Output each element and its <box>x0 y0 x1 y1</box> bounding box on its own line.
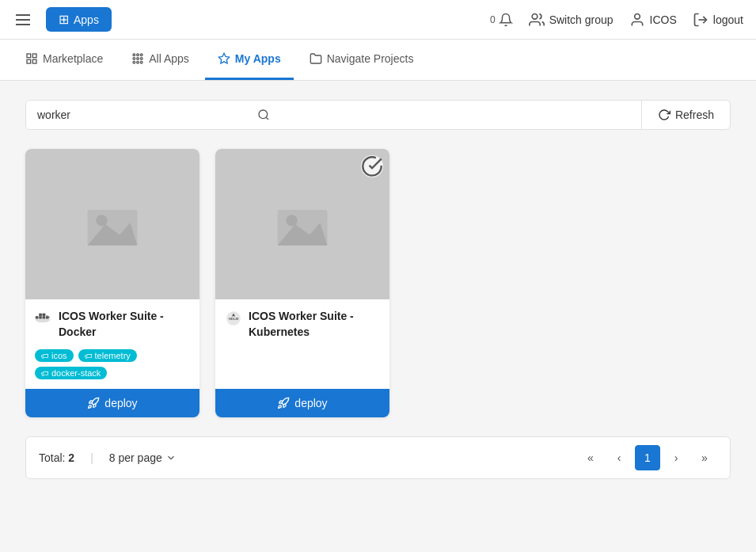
card-title-docker: ICOS Worker Suite - Docker <box>35 309 190 340</box>
image-placeholder-docker <box>77 188 148 260</box>
tag-docker-stack: docker-stack <box>35 367 107 379</box>
deploy-button-docker[interactable]: deploy <box>25 389 199 417</box>
deploy-label-kubernetes: deploy <box>294 397 327 409</box>
user-icon <box>629 12 645 28</box>
switch-group-label: Switch group <box>549 13 614 26</box>
svg-point-14 <box>137 61 139 63</box>
card-body-kubernetes: HELM ICOS Worker Suite - Kubernetes <box>215 299 389 389</box>
star-icon <box>218 52 230 65</box>
tab-navigate-projects-label: Navigate Projects <box>327 52 414 65</box>
chevron-down-icon <box>165 452 177 463</box>
svg-rect-5 <box>27 59 31 63</box>
logout-icon <box>693 12 709 28</box>
svg-rect-26 <box>43 314 46 316</box>
grid-icon <box>131 52 144 65</box>
users-icon <box>529 12 545 28</box>
header: ⊞ Apps 0 Switch group ICOS <box>0 0 756 40</box>
image-placeholder-kubernetes <box>267 188 338 260</box>
main-content: Refresh <box>0 81 756 552</box>
svg-text:HELM: HELM <box>229 317 239 321</box>
helm-icon: HELM <box>225 310 242 327</box>
search-button[interactable] <box>248 102 279 128</box>
deploy-label-docker: deploy <box>104 397 137 409</box>
svg-point-13 <box>133 61 135 63</box>
total-count: 2 <box>68 451 74 464</box>
tab-marketplace[interactable]: Marketplace <box>13 40 116 80</box>
tab-all-apps-label: All Apps <box>149 52 189 65</box>
deploy-button-kubernetes[interactable]: deploy <box>215 389 389 417</box>
rocket-icon-docker <box>87 397 100 409</box>
svg-line-18 <box>266 117 268 120</box>
pagination-row: Total: 2 | 8 per page « ‹ 1 › » <box>25 436 731 479</box>
svg-point-1 <box>634 13 640 19</box>
tag-icos: icos <box>35 349 74 362</box>
svg-rect-22 <box>36 316 39 318</box>
table-icon <box>25 52 38 65</box>
card-tags-docker: icos telemetry docker-stack <box>35 349 190 379</box>
card-title-text-docker: ICOS Worker Suite - Docker <box>59 309 190 340</box>
icos-label: ICOS <box>650 13 677 26</box>
card-body-docker: ICOS Worker Suite - Docker icos telemetr… <box>25 299 199 389</box>
svg-rect-25 <box>39 314 42 316</box>
notification-count: 0 <box>490 14 496 25</box>
apps-button-label: Apps <box>74 13 99 26</box>
page-nav: « ‹ 1 › » <box>578 445 717 470</box>
per-page-select[interactable]: 8 per page <box>109 451 177 464</box>
page-first-button[interactable]: « <box>578 445 603 470</box>
per-page-label: 8 per page <box>109 451 162 464</box>
search-refresh-row: Refresh <box>25 100 731 130</box>
refresh-button[interactable]: Refresh <box>641 101 730 129</box>
svg-point-9 <box>141 54 143 56</box>
page-next-button[interactable]: › <box>663 445 689 470</box>
svg-rect-4 <box>32 54 36 58</box>
bell-icon <box>499 13 513 27</box>
apps-icon: ⊞ <box>59 12 69 27</box>
notification-button[interactable]: 0 <box>490 13 513 27</box>
check-circle-icon <box>361 149 383 202</box>
search-icon <box>257 108 270 121</box>
svg-rect-3 <box>27 54 31 58</box>
docker-icon <box>35 310 52 327</box>
logout-label: logout <box>713 13 743 26</box>
cards-grid: ICOS Worker Suite - Docker icos telemetr… <box>25 149 731 417</box>
tag-telemetry: telemetry <box>78 349 137 362</box>
svg-point-8 <box>137 54 139 56</box>
svg-rect-6 <box>32 59 36 63</box>
card-title-kubernetes: HELM ICOS Worker Suite - Kubernetes <box>225 309 380 340</box>
svg-point-11 <box>137 58 139 60</box>
tab-my-apps[interactable]: My Apps <box>205 40 294 80</box>
page-last-button[interactable]: » <box>692 445 717 470</box>
svg-marker-16 <box>218 53 229 63</box>
card-image-kubernetes <box>215 149 389 299</box>
page-1-button[interactable]: 1 <box>635 445 660 470</box>
rocket-icon-kubernetes <box>277 397 290 409</box>
svg-point-17 <box>259 110 268 119</box>
card-icos-worker-docker: ICOS Worker Suite - Docker icos telemetr… <box>25 149 199 417</box>
icos-button[interactable]: ICOS <box>629 12 677 28</box>
tab-all-apps[interactable]: All Apps <box>119 40 202 80</box>
card-title-text-kubernetes: ICOS Worker Suite - Kubernetes <box>249 309 380 340</box>
search-input[interactable] <box>26 101 248 129</box>
total-label: Total: 2 <box>39 451 74 464</box>
tab-marketplace-label: Marketplace <box>43 52 103 65</box>
hamburger-button[interactable] <box>13 11 33 29</box>
tab-my-apps-label: My Apps <box>235 52 281 65</box>
folder-icon <box>310 52 322 65</box>
tabs-bar: Marketplace All Apps My Apps Navigate Pr… <box>0 40 756 81</box>
logout-button[interactable]: logout <box>693 12 743 28</box>
verified-badge <box>361 155 383 177</box>
refresh-label: Refresh <box>675 108 714 121</box>
svg-point-12 <box>141 58 143 60</box>
pagination-separator: | <box>90 451 93 464</box>
page-prev-button[interactable]: ‹ <box>606 445 632 470</box>
header-right: 0 Switch group ICOS <box>490 12 743 28</box>
svg-rect-27 <box>46 316 49 318</box>
svg-point-15 <box>141 61 143 63</box>
card-image-docker <box>25 149 199 299</box>
svg-point-0 <box>532 13 538 19</box>
svg-point-7 <box>133 54 135 56</box>
svg-rect-23 <box>39 316 42 318</box>
apps-button[interactable]: ⊞ Apps <box>46 7 112 32</box>
switch-group-button[interactable]: Switch group <box>529 12 614 28</box>
tab-navigate-projects[interactable]: Navigate Projects <box>297 40 427 80</box>
